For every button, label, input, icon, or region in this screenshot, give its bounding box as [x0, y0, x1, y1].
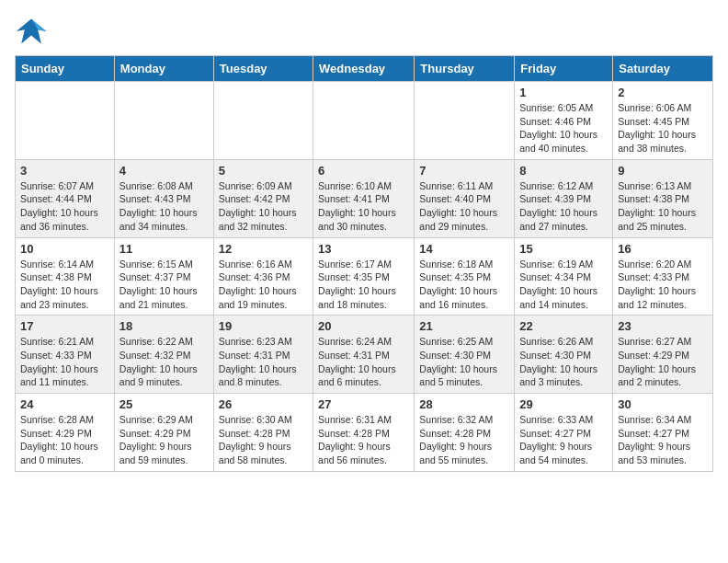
- day-number: 19: [219, 319, 308, 333]
- day-info: Sunrise: 6:27 AM Sunset: 4:29 PM Dayligh…: [618, 335, 708, 389]
- calendar-cell: 19Sunrise: 6:23 AM Sunset: 4:31 PM Dayli…: [213, 316, 313, 394]
- calendar-cell: 8Sunrise: 6:12 AM Sunset: 4:39 PM Daylig…: [515, 159, 613, 237]
- calendar-week-row: 10Sunrise: 6:14 AM Sunset: 4:38 PM Dayli…: [16, 237, 713, 316]
- day-info: Sunrise: 6:31 AM Sunset: 4:28 PM Dayligh…: [318, 413, 409, 467]
- calendar-cell: 6Sunrise: 6:10 AM Sunset: 4:41 PM Daylig…: [313, 159, 415, 237]
- day-info: Sunrise: 6:34 AM Sunset: 4:27 PM Dayligh…: [618, 413, 708, 467]
- calendar-cell: 26Sunrise: 6:30 AM Sunset: 4:28 PM Dayli…: [213, 394, 313, 472]
- calendar-week-row: 3Sunrise: 6:07 AM Sunset: 4:44 PM Daylig…: [16, 159, 713, 237]
- day-number: 2: [618, 86, 708, 99]
- calendar-cell: 15Sunrise: 6:19 AM Sunset: 4:34 PM Dayli…: [515, 237, 613, 316]
- day-number: 4: [119, 164, 209, 178]
- day-info: Sunrise: 6:12 AM Sunset: 4:39 PM Dayligh…: [519, 179, 608, 234]
- day-number: 6: [318, 164, 409, 178]
- day-info: Sunrise: 6:07 AM Sunset: 4:44 PM Dayligh…: [20, 179, 109, 234]
- day-info: Sunrise: 6:06 AM Sunset: 4:45 PM Dayligh…: [618, 101, 708, 155]
- day-number: 8: [519, 164, 608, 178]
- logo-icon: [15, 15, 48, 48]
- weekday-header: Sunday: [16, 56, 115, 82]
- page-header: [15, 15, 713, 48]
- day-info: Sunrise: 6:16 AM Sunset: 4:36 PM Dayligh…: [219, 258, 308, 312]
- day-info: Sunrise: 6:08 AM Sunset: 4:43 PM Dayligh…: [119, 179, 209, 234]
- day-number: 27: [318, 397, 409, 411]
- calendar-week-row: 1Sunrise: 6:05 AM Sunset: 4:46 PM Daylig…: [16, 82, 713, 160]
- day-number: 14: [419, 242, 509, 256]
- calendar-cell: 2Sunrise: 6:06 AM Sunset: 4:45 PM Daylig…: [613, 82, 713, 160]
- calendar-cell: 5Sunrise: 6:09 AM Sunset: 4:42 PM Daylig…: [213, 159, 313, 237]
- calendar-cell: 3Sunrise: 6:07 AM Sunset: 4:44 PM Daylig…: [16, 159, 115, 237]
- calendar-cell: 7Sunrise: 6:11 AM Sunset: 4:40 PM Daylig…: [415, 159, 515, 237]
- day-number: 21: [419, 319, 509, 333]
- day-number: 25: [119, 397, 209, 411]
- calendar-cell: 17Sunrise: 6:21 AM Sunset: 4:33 PM Dayli…: [16, 316, 115, 394]
- calendar-cell: 1Sunrise: 6:05 AM Sunset: 4:46 PM Daylig…: [515, 82, 613, 160]
- calendar-cell: 11Sunrise: 6:15 AM Sunset: 4:37 PM Dayli…: [114, 237, 213, 316]
- calendar-cell: [415, 82, 515, 160]
- day-number: 17: [20, 319, 109, 333]
- day-number: 12: [219, 242, 308, 256]
- calendar-week-row: 17Sunrise: 6:21 AM Sunset: 4:33 PM Dayli…: [16, 316, 713, 394]
- day-info: Sunrise: 6:26 AM Sunset: 4:30 PM Dayligh…: [519, 335, 608, 389]
- day-info: Sunrise: 6:23 AM Sunset: 4:31 PM Dayligh…: [219, 335, 308, 389]
- day-info: Sunrise: 6:18 AM Sunset: 4:35 PM Dayligh…: [419, 258, 509, 312]
- day-info: Sunrise: 6:22 AM Sunset: 4:32 PM Dayligh…: [119, 335, 209, 389]
- day-number: 9: [618, 164, 708, 178]
- day-info: Sunrise: 6:24 AM Sunset: 4:31 PM Dayligh…: [318, 335, 409, 389]
- weekday-header: Friday: [515, 56, 613, 82]
- day-number: 3: [20, 164, 109, 178]
- calendar-cell: 20Sunrise: 6:24 AM Sunset: 4:31 PM Dayli…: [313, 316, 415, 394]
- day-number: 23: [618, 319, 708, 333]
- calendar-cell: 12Sunrise: 6:16 AM Sunset: 4:36 PM Dayli…: [213, 237, 313, 316]
- header-row: SundayMondayTuesdayWednesdayThursdayFrid…: [16, 56, 713, 82]
- calendar-cell: 23Sunrise: 6:27 AM Sunset: 4:29 PM Dayli…: [613, 316, 713, 394]
- day-number: 20: [318, 319, 409, 333]
- day-number: 1: [519, 86, 608, 99]
- weekday-header: Saturday: [613, 56, 713, 82]
- day-info: Sunrise: 6:25 AM Sunset: 4:30 PM Dayligh…: [419, 335, 509, 389]
- day-number: 11: [119, 242, 209, 256]
- day-number: 16: [618, 242, 708, 256]
- day-info: Sunrise: 6:11 AM Sunset: 4:40 PM Dayligh…: [419, 179, 509, 234]
- day-info: Sunrise: 6:20 AM Sunset: 4:33 PM Dayligh…: [618, 258, 708, 312]
- day-info: Sunrise: 6:33 AM Sunset: 4:27 PM Dayligh…: [519, 413, 608, 467]
- day-info: Sunrise: 6:13 AM Sunset: 4:38 PM Dayligh…: [618, 179, 708, 234]
- day-info: Sunrise: 6:10 AM Sunset: 4:41 PM Dayligh…: [318, 179, 409, 234]
- day-number: 28: [419, 397, 509, 411]
- day-number: 22: [519, 319, 608, 333]
- day-info: Sunrise: 6:09 AM Sunset: 4:42 PM Dayligh…: [219, 179, 308, 234]
- day-number: 26: [219, 397, 308, 411]
- day-number: 13: [318, 242, 409, 256]
- calendar-cell: [213, 82, 313, 160]
- day-number: 5: [219, 164, 308, 178]
- calendar-cell: [313, 82, 415, 160]
- calendar-table: SundayMondayTuesdayWednesdayThursdayFrid…: [15, 55, 713, 472]
- calendar-cell: 9Sunrise: 6:13 AM Sunset: 4:38 PM Daylig…: [613, 159, 713, 237]
- calendar-cell: 22Sunrise: 6:26 AM Sunset: 4:30 PM Dayli…: [515, 316, 613, 394]
- calendar-cell: 25Sunrise: 6:29 AM Sunset: 4:29 PM Dayli…: [114, 394, 213, 472]
- day-number: 7: [419, 164, 509, 178]
- day-info: Sunrise: 6:15 AM Sunset: 4:37 PM Dayligh…: [119, 258, 209, 312]
- calendar-cell: 10Sunrise: 6:14 AM Sunset: 4:38 PM Dayli…: [16, 237, 115, 316]
- day-number: 29: [519, 397, 608, 411]
- svg-marker-0: [17, 19, 46, 44]
- day-info: Sunrise: 6:17 AM Sunset: 4:35 PM Dayligh…: [318, 258, 409, 312]
- weekday-header: Tuesday: [213, 56, 313, 82]
- calendar-cell: 28Sunrise: 6:32 AM Sunset: 4:28 PM Dayli…: [415, 394, 515, 472]
- day-number: 10: [20, 242, 109, 256]
- calendar-cell: 14Sunrise: 6:18 AM Sunset: 4:35 PM Dayli…: [415, 237, 515, 316]
- day-number: 24: [20, 397, 109, 411]
- day-info: Sunrise: 6:05 AM Sunset: 4:46 PM Dayligh…: [519, 101, 608, 155]
- day-info: Sunrise: 6:28 AM Sunset: 4:29 PM Dayligh…: [20, 413, 109, 467]
- calendar-cell: 4Sunrise: 6:08 AM Sunset: 4:43 PM Daylig…: [114, 159, 213, 237]
- calendar-cell: 24Sunrise: 6:28 AM Sunset: 4:29 PM Dayli…: [16, 394, 115, 472]
- calendar-cell: 30Sunrise: 6:34 AM Sunset: 4:27 PM Dayli…: [613, 394, 713, 472]
- day-number: 18: [119, 319, 209, 333]
- day-info: Sunrise: 6:30 AM Sunset: 4:28 PM Dayligh…: [219, 413, 308, 467]
- calendar-cell: [16, 82, 115, 160]
- weekday-header: Wednesday: [313, 56, 415, 82]
- day-info: Sunrise: 6:21 AM Sunset: 4:33 PM Dayligh…: [20, 335, 109, 389]
- weekday-header: Monday: [114, 56, 213, 82]
- day-info: Sunrise: 6:14 AM Sunset: 4:38 PM Dayligh…: [20, 258, 109, 312]
- calendar-cell: 18Sunrise: 6:22 AM Sunset: 4:32 PM Dayli…: [114, 316, 213, 394]
- calendar-week-row: 24Sunrise: 6:28 AM Sunset: 4:29 PM Dayli…: [16, 394, 713, 472]
